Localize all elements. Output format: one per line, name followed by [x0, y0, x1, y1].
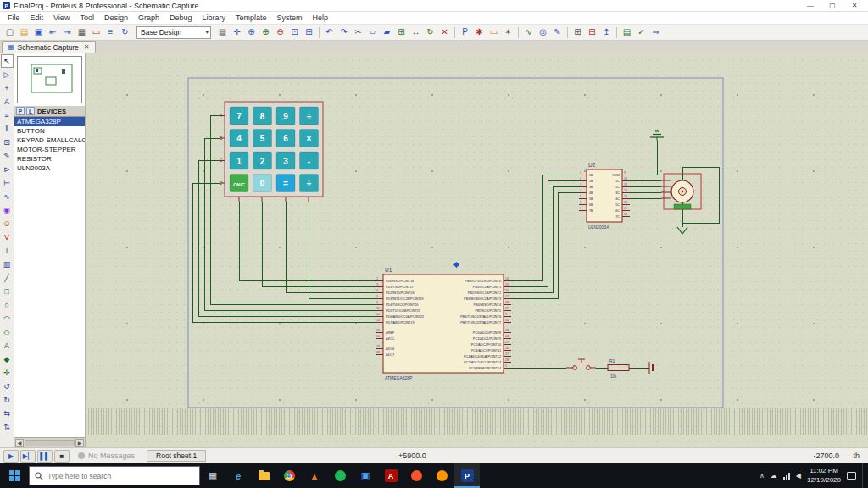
maximize-button[interactable]: ▢	[821, 0, 843, 11]
junction-dot-mode-icon[interactable]: +	[1, 81, 14, 95]
ground-terminal-top[interactable]	[650, 131, 664, 141]
line-2d-icon[interactable]: ╱	[1, 271, 14, 285]
taskbar-app-spotify[interactable]	[327, 463, 353, 488]
resistor-r1[interactable]: R110k	[608, 358, 629, 379]
pick-devices-button[interactable]: P	[16, 107, 25, 115]
center-at-cursor-icon[interactable]: ⊕	[244, 25, 259, 39]
mark-output-area-icon[interactable]: ▭	[89, 25, 103, 39]
ground-terminal-bottom[interactable]	[677, 227, 687, 234]
schematic-drawing[interactable]: 789÷456×123-ON/C0=+ABCDU1ATMEGA328P2PD0/…	[86, 53, 868, 447]
taskbar-app-acrobat[interactable]: A	[378, 463, 403, 488]
export-section-icon[interactable]: ⇥	[60, 25, 75, 39]
current-probe-mode-icon[interactable]: I	[1, 244, 14, 258]
menu-edit[interactable]: Edit	[25, 12, 49, 25]
block-rotate-icon[interactable]: ↻	[423, 25, 437, 39]
taskbar-app-task-view[interactable]: ▦	[200, 463, 225, 488]
copy-icon[interactable]: ▱	[365, 25, 380, 39]
push-button[interactable]	[566, 359, 596, 369]
scroll-right-icon[interactable]: ▶	[75, 439, 84, 447]
menu-view[interactable]: View	[48, 12, 75, 25]
generator-mode-icon[interactable]: ⊙	[1, 217, 14, 230]
taskbar-search[interactable]	[29, 466, 200, 485]
schematic-canvas[interactable]: 789÷456×123-ON/C0=+ABCDU1ATMEGA328P2PD0/…	[86, 53, 868, 447]
device-pin-mode-icon[interactable]: ⊢	[1, 176, 14, 190]
buses-mode-icon[interactable]: ‖	[1, 122, 14, 136]
wire-label-mode-icon[interactable]: A	[1, 95, 14, 108]
paste-icon[interactable]: ▰	[380, 25, 394, 39]
pick-parts-icon[interactable]: P	[458, 25, 472, 39]
voltage-probe-mode-icon[interactable]: V	[1, 230, 14, 244]
new-design-icon[interactable]: ▢	[3, 25, 17, 39]
exit-to-parent-icon[interactable]: ↥	[599, 25, 614, 39]
menu-system[interactable]: System	[272, 12, 308, 25]
cut-icon[interactable]: ✂	[351, 25, 365, 39]
block-move-icon[interactable]: ↔	[409, 25, 423, 39]
rotate-cw-icon[interactable]: ↻	[1, 393, 14, 407]
keypad-component[interactable]: 789÷456×123-ON/C0=+ABCD	[220, 102, 323, 202]
zoom-in-icon[interactable]: ⊕	[259, 25, 273, 39]
property-assignment-icon[interactable]: ✎	[550, 25, 565, 39]
taskbar-app-brave[interactable]	[403, 463, 429, 488]
stepper-motor[interactable]	[661, 174, 701, 209]
overview-window[interactable]	[17, 56, 82, 103]
make-device-icon[interactable]: ✱	[472, 25, 487, 39]
device-item-atmega328p[interactable]: ATMEGA328P	[14, 117, 85, 126]
menu-debug[interactable]: Debug	[164, 12, 198, 25]
marker-2d-icon[interactable]: ✛	[1, 366, 14, 380]
taskbar-app-media-player[interactable]: ▲	[302, 463, 327, 488]
redo-icon[interactable]: ↷	[337, 25, 351, 39]
taskbar-app-edge[interactable]: e	[225, 463, 251, 488]
decompose-icon[interactable]: ✶	[501, 25, 515, 39]
y-mirror-icon[interactable]: ⇅	[1, 420, 14, 434]
arc-2d-icon[interactable]: ◠	[1, 312, 14, 325]
save-design-icon[interactable]: ▣	[31, 25, 46, 39]
taskbar-app-file-explorer[interactable]	[251, 463, 276, 488]
menu-template[interactable]: Template	[231, 12, 272, 25]
zoom-area-icon[interactable]: ⊞	[302, 25, 316, 39]
menu-help[interactable]: Help	[308, 12, 334, 25]
block-copy-icon[interactable]: ⊞	[394, 25, 409, 39]
devices-scrollbar[interactable]: ◀ ▶	[14, 437, 85, 447]
tab-schematic-capture[interactable]: ▦ Schematic Capture ✕	[2, 41, 96, 53]
device-item-button[interactable]: BUTTON	[14, 126, 85, 136]
pause-button[interactable]: ▌▌	[37, 450, 53, 463]
tape-recorder-mode-icon[interactable]: ◉	[1, 203, 14, 217]
close-button[interactable]: ✕	[843, 0, 865, 11]
tray-clock[interactable]: 11:02 PM 12/19/2020	[807, 467, 841, 485]
print-design-icon[interactable]: ▦	[75, 25, 89, 39]
selection-mode-icon[interactable]: ↖	[1, 54, 14, 68]
zoom-all-icon[interactable]: ⊡	[287, 25, 302, 39]
instant-edit-mode-icon[interactable]: ✎	[1, 149, 14, 163]
path-2d-icon[interactable]: ◇	[1, 325, 14, 339]
taskbar-app-proteus[interactable]: P	[454, 463, 480, 488]
scroll-left-icon[interactable]: ◀	[15, 439, 24, 447]
box-2d-icon[interactable]: □	[1, 285, 14, 298]
menu-design[interactable]: Design	[99, 12, 133, 25]
subcircuit-mode-icon[interactable]: ⊡	[1, 136, 14, 149]
zoom-out-icon[interactable]: ⊖	[273, 25, 287, 39]
u1-atmega328p[interactable]: U1ATMEGA328P2PD0/RXD/PCINT163PD1/TXD/PCI…	[376, 267, 511, 380]
device-item-uln2003a[interactable]: ULN2003A	[14, 164, 85, 173]
open-design-icon[interactable]: ▤	[17, 25, 31, 39]
menu-tool[interactable]: Tool	[75, 12, 99, 25]
electrical-rule-check-icon[interactable]: ✓	[634, 25, 648, 39]
graph-mode-icon[interactable]: ∿	[1, 190, 14, 203]
search-tag-icon[interactable]: ◎	[536, 25, 550, 39]
volume-icon[interactable]: ◀	[796, 472, 801, 480]
power-terminal[interactable]	[649, 362, 653, 374]
import-section-icon[interactable]: ⇤	[46, 25, 60, 39]
minimize-button[interactable]: —	[799, 0, 821, 11]
network-icon[interactable]	[783, 473, 790, 480]
device-item-keypad-smallcalc[interactable]: KEYPAD-SMALLCALC	[14, 136, 85, 145]
block-delete-icon[interactable]: ✕	[437, 25, 452, 39]
device-item-resistor[interactable]: RESISTOR	[14, 154, 85, 164]
taskbar-app-photos[interactable]: ▣	[353, 463, 378, 488]
show-desktop-button[interactable]	[862, 463, 865, 488]
bill-of-materials-icon[interactable]: ▤	[620, 25, 634, 39]
new-sheet-icon[interactable]: ⊞	[570, 25, 585, 39]
component-mode-icon[interactable]: ▷	[1, 68, 14, 81]
refresh-display-icon[interactable]: ↻	[118, 25, 132, 39]
taskbar-app-chrome[interactable]	[276, 463, 302, 488]
search-input[interactable]	[47, 472, 183, 480]
rotate-ccw-icon[interactable]: ↺	[1, 380, 14, 393]
